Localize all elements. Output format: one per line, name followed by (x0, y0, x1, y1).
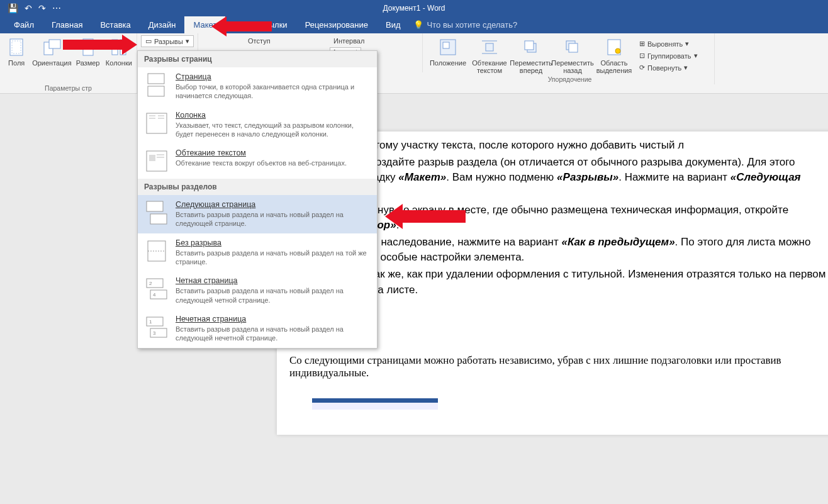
breaks-button[interactable]: ▭ Разрывы ▾ (141, 35, 194, 47)
tab-review[interactable]: Рецензирование (296, 16, 377, 33)
redo-icon[interactable]: ↷ (38, 3, 46, 13)
qat-more-icon[interactable]: ⋯ (52, 3, 61, 13)
dropdown-section-page-breaks: Разрывы страниц (138, 51, 377, 67)
paragraph-text: Со следующими страницами можно работать … (289, 354, 828, 379)
group-button[interactable]: ⊡Группировать ▾ (637, 50, 700, 61)
svg-rect-9 (486, 43, 493, 51)
group-arrange: Положение Обтекание текстом Переместить … (425, 33, 715, 84)
list-item: Действуйте так же, как при удалении офор… (310, 267, 828, 298)
text-cursor (312, 310, 828, 335)
margins-label: Поля (8, 59, 25, 67)
continuous-break-icon (144, 238, 169, 264)
tell-me[interactable]: 💡 Что вы хотите сделать? (413, 16, 518, 33)
size-label: Размер (76, 59, 100, 67)
breaks-icon: ▭ (145, 37, 152, 45)
wrap-text-button[interactable]: Обтекание текстом (471, 36, 508, 74)
svg-text:4: 4 (153, 292, 156, 298)
align-button[interactable]: ⊞Выровнять ▾ (637, 38, 700, 49)
spacing-label: Интервал (330, 36, 418, 46)
svg-marker-43 (385, 204, 466, 229)
annotation-arrow-nextpage (385, 203, 467, 233)
break-page-item[interactable]: СтраницаВыбор точки, в которой заканчива… (138, 67, 377, 106)
margins-button[interactable]: Поля (4, 36, 29, 67)
oddpage-break-icon: 13 (144, 315, 169, 340)
position-icon (438, 37, 458, 57)
break-textwrap-item[interactable]: Обтекание текстомОбтекание текста вокруг… (138, 143, 377, 179)
annotation-arrow-breaks-btn (63, 33, 138, 59)
svg-rect-20 (147, 113, 167, 133)
evenpage-break-icon: 24 (144, 276, 169, 301)
selection-pane-icon (604, 37, 624, 57)
tab-design[interactable]: Дизайн (140, 16, 185, 33)
selection-pane-button[interactable]: Область выделения (595, 36, 633, 74)
embedded-screenshot (312, 398, 438, 410)
lightbulb-icon: 💡 (413, 20, 423, 30)
dropdown-section-section-breaks: Разрывы разделов (138, 179, 377, 195)
forward-icon (521, 37, 541, 57)
svg-rect-19 (148, 86, 164, 96)
title-bar: 💾 ↶ ↷ ⋯ Документ1 - Word (0, 0, 828, 16)
svg-marker-42 (63, 35, 137, 55)
annotation-arrow-tab (211, 14, 274, 42)
wrap-icon (479, 37, 500, 57)
svg-rect-29 (147, 201, 163, 211)
orientation-icon (42, 37, 62, 57)
list-item: Для начала создайте разрыв раздела (он о… (310, 155, 828, 201)
svg-marker-41 (211, 16, 272, 36)
backward-label: Переместить назад (551, 59, 593, 74)
svg-rect-18 (148, 74, 164, 84)
wrap-label: Обтекание текстом (471, 59, 508, 74)
page-setup-label: Параметры стр (4, 83, 133, 92)
send-backward-button[interactable]: Переместить назад (554, 36, 591, 74)
orientation-label: Ориентация (32, 59, 71, 67)
selection-pane-label: Область выделения (595, 59, 633, 74)
tell-me-text: Что вы хотите сделать? (427, 20, 518, 30)
textwrap-break-icon (144, 148, 169, 174)
tab-file[interactable]: Файл (5, 16, 43, 33)
breaks-label: Разрывы (154, 38, 183, 45)
page-break-icon (144, 72, 169, 98)
list-item: Перейдите к тому участку текста, после к… (310, 138, 828, 154)
rotate-icon: ⟳ (639, 64, 645, 72)
svg-text:2: 2 (149, 281, 152, 286)
arrange-label: Упорядочение (429, 74, 710, 83)
breaks-dropdown: Разрывы страниц СтраницаВыбор точки, в к… (137, 50, 378, 349)
nextpage-break-icon (144, 200, 169, 225)
align-icon: ⊞ (639, 40, 645, 48)
svg-text:1: 1 (149, 319, 152, 325)
undo-icon[interactable]: ↶ (25, 3, 32, 13)
rotate-button[interactable]: ⟳Повернуть ▾ (637, 62, 700, 73)
group-icon: ⊡ (639, 52, 645, 60)
break-continuous-item[interactable]: Без разрываВставить разрыв раздела и нач… (138, 233, 377, 272)
position-button[interactable]: Положение (429, 36, 467, 67)
svg-rect-26 (149, 155, 155, 161)
position-label: Положение (430, 59, 466, 67)
document-title: Документ1 - Word (383, 4, 445, 13)
break-evenpage-item[interactable]: 24 Четная страницаВставить разрыв раздел… (138, 271, 377, 310)
svg-point-17 (615, 48, 620, 53)
tab-home[interactable]: Главная (43, 16, 91, 33)
svg-rect-3 (49, 40, 60, 48)
svg-rect-15 (569, 43, 578, 52)
forward-label: Переместить вперед (510, 59, 552, 74)
list-item: Чтобы убрать наследование, нажмите на ва… (310, 235, 828, 266)
quick-access-toolbar: 💾 ↶ ↷ ⋯ (0, 3, 61, 13)
chevron-down-icon: ▾ (186, 37, 189, 45)
svg-text:3: 3 (153, 330, 156, 336)
tab-view[interactable]: Вид (377, 16, 410, 33)
columns-label: Колонки (106, 59, 132, 67)
svg-rect-8 (443, 42, 449, 48)
svg-rect-13 (525, 41, 534, 50)
document-area: Перейдите к тому участку текста, после к… (0, 94, 828, 504)
bring-forward-button[interactable]: Переместить вперед (512, 36, 550, 74)
backward-icon (562, 37, 583, 57)
save-icon[interactable]: 💾 (8, 3, 18, 13)
margins-icon (6, 37, 26, 57)
svg-rect-30 (150, 214, 167, 224)
ribbon-tabs: Файл Главная Вставка Дизайн Макет Рассыл… (0, 16, 828, 33)
column-break-icon (144, 111, 169, 136)
break-nextpage-item[interactable]: Следующая страницаВставить разрыв раздел… (138, 195, 377, 233)
break-oddpage-item[interactable]: 13 Нечетная страницаВставить разрыв разд… (138, 310, 377, 348)
tab-insert[interactable]: Вставка (91, 16, 139, 33)
break-column-item[interactable]: КолонкаУказывает, что текст, следующий з… (138, 106, 377, 144)
